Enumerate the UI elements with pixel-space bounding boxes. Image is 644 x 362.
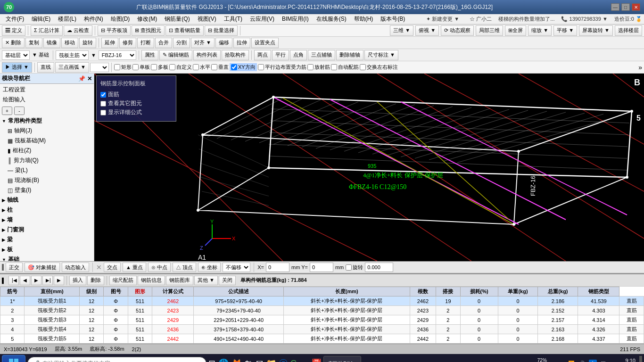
insert-btn[interactable]: 插入	[69, 276, 86, 285]
x-input[interactable]	[266, 263, 289, 272]
rebar-library-btn[interactable]: 钢筋图库	[166, 276, 193, 285]
nav-group-axis[interactable]: ▶ 轴线	[0, 195, 94, 205]
menu-edit[interactable]: 编辑(E)	[28, 14, 54, 24]
sidebar-close-icon[interactable]: ✕	[87, 75, 92, 82]
offset-btn[interactable]: 偏移	[215, 38, 232, 48]
delete-row-btn[interactable]: 删除	[87, 276, 104, 285]
menu-tools[interactable]: 工具(T)	[220, 14, 246, 24]
store-icon[interactable]: 🛍	[245, 359, 253, 362]
dynamic-view-btn[interactable]: ⟳ 动态观察	[441, 25, 474, 36]
nav-col[interactable]: ▮ 框柱(Z)	[0, 146, 94, 156]
close-table-btn[interactable]: 关闭	[219, 276, 236, 285]
swap-label[interactable]: 交换左右标注	[360, 64, 398, 71]
menu-rebar-qty[interactable]: 钢筋量(Q)	[161, 14, 193, 24]
single-board-checkbox[interactable]	[132, 64, 139, 70]
calc-btn[interactable]: Σ 汇总计算	[31, 25, 63, 36]
y-input[interactable]	[310, 263, 333, 272]
parallel-rebar-checkbox[interactable]	[258, 64, 264, 70]
delete-btn[interactable]: ✕ 删除	[2, 38, 25, 48]
split-btn[interactable]: 分割	[173, 38, 190, 48]
local-3d-btn[interactable]: 局部三维	[476, 25, 503, 36]
offset-dropdown[interactable]: 不偏移	[223, 263, 250, 272]
mainbar-dropdown[interactable]: 筏板主筋	[56, 50, 89, 60]
component-list-btn[interactable]: 构件列表	[193, 50, 221, 60]
extend-btn[interactable]: 延伸	[101, 38, 118, 48]
nav-niche[interactable]: ◫ 壁龛(I)	[0, 185, 94, 195]
firefox-icon[interactable]: 🦊	[231, 358, 242, 362]
endpoint-btn[interactable]: ▲ 重点	[123, 263, 146, 272]
parallel-btn[interactable]: 平行	[272, 50, 289, 60]
set-grip-btn[interactable]: 设置夹点	[251, 38, 279, 48]
minimize-button[interactable]: —	[611, 3, 619, 11]
other-btn[interactable]: 其他 ▼	[194, 276, 218, 285]
close-button[interactable]: ✕	[632, 3, 640, 11]
fullscreen-btn[interactable]: ⊞全屏	[505, 25, 526, 36]
rect-checkbox[interactable]	[114, 64, 120, 70]
menu-version[interactable]: 版本号(B)	[377, 14, 409, 24]
vertical-label[interactable]: 垂直	[211, 64, 229, 71]
menu-file[interactable]: 文件(F)	[2, 14, 28, 24]
horizontal-label[interactable]: 水平	[193, 64, 210, 71]
select-mode-btn[interactable]: ▶ 选择 ▼	[2, 62, 32, 73]
rect-checkbox-label[interactable]: 矩形	[114, 64, 132, 71]
break-btn[interactable]: 打断	[137, 38, 154, 48]
edit-rebar-btn[interactable]: ✎ 编辑钢筋	[159, 50, 192, 60]
table-row[interactable]: 5 筏板受力筋5 12 Φ 511 2442 490+1542+490-40-4…	[0, 334, 644, 344]
nav-raft[interactable]: ▦ 筏板基础(M)	[0, 136, 94, 146]
batch-select-btn[interactable]: ⊟ 批量选择	[205, 25, 238, 36]
taskbar-search[interactable]: 🎤 在这里输入你要搜索的内容	[27, 357, 206, 362]
menu-floor[interactable]: 楼层(L)	[54, 14, 80, 24]
zoom-btn[interactable]: 缩放 ▼	[528, 25, 552, 36]
menu-draw[interactable]: 绘图(D)	[107, 14, 134, 24]
rotate-checkbox[interactable]	[346, 264, 352, 271]
nav-next-btn[interactable]: ▶	[31, 276, 41, 285]
3d-btn[interactable]: 三维 ▼	[390, 25, 413, 36]
nav-wall[interactable]: ║ 剪力墙(Q)	[0, 156, 94, 165]
select-floor-btn[interactable]: 选择楼层	[615, 25, 642, 36]
nav-group-foundation[interactable]: ▼ 基础	[0, 255, 94, 261]
edge-icon[interactable]: 🌐	[218, 358, 229, 362]
new-change-btn[interactable]: ✦ 新建变更 ▼	[422, 15, 463, 24]
menu-help[interactable]: 帮助(H)	[350, 14, 377, 24]
two-point-btn[interactable]: 两点	[254, 50, 271, 60]
menu-online[interactable]: 在线服务(S)	[313, 14, 350, 24]
radial-checkbox[interactable]	[307, 64, 314, 70]
angle-point-btn[interactable]: 点角	[290, 50, 307, 60]
custom-label[interactable]: 自定义	[169, 64, 192, 71]
merge-btn[interactable]: 合并	[155, 38, 172, 48]
object-capture-btn[interactable]: 🎯 对象捕捉	[25, 263, 60, 272]
define-btn[interactable]: ☰ 定义	[2, 25, 25, 36]
start-button[interactable]	[2, 355, 25, 362]
active-app-btn[interactable]: 广联达BIM...	[323, 356, 361, 362]
dynamic-input-btn[interactable]: 动态输入	[62, 263, 89, 272]
table-row[interactable]: 4 筏板受力筋4 12 Φ 511 2436 379+1758+379-40-4…	[0, 325, 644, 334]
nav-beam[interactable]: — 梁(L)	[0, 165, 94, 175]
auto-config-checkbox[interactable]	[331, 64, 337, 70]
rebar-info-btn[interactable]: 钢筋信息	[138, 276, 165, 285]
line-btn[interactable]: 直线	[37, 62, 54, 73]
midpoint-btn[interactable]: ⊙ 中点	[148, 263, 171, 272]
auto-config-label[interactable]: 自动配筋	[331, 64, 359, 71]
arc-btn[interactable]: 三点画弧 ▼	[55, 62, 89, 73]
nav-group-openings[interactable]: ▶ 门窗洞	[0, 225, 94, 235]
network-icon[interactable]: 📶	[568, 361, 575, 362]
nav-play-btn[interactable]: ▶	[54, 276, 64, 285]
vertex-btn[interactable]: △ 顶点	[173, 263, 196, 272]
custom-checkbox[interactable]	[169, 64, 175, 70]
align-floor-btn[interactable]: ⊟ 平齐板顶	[98, 25, 131, 36]
single-board-label[interactable]: 单板	[132, 64, 150, 71]
screen-rotate-btn[interactable]: 屏幕旋转 ▼	[579, 25, 613, 36]
nav-prev-btn[interactable]: ◀	[20, 276, 30, 285]
pickup-btn[interactable]: 拾取构件	[222, 50, 249, 60]
shape-dropdown[interactable]	[90, 63, 109, 72]
menu-bim[interactable]: BIM应用(I)	[278, 14, 313, 24]
sidebar-pin-icon[interactable]: 📌	[78, 75, 85, 82]
stretch-btn[interactable]: 拉伸	[233, 38, 250, 48]
phone-btn[interactable]: 📞 13907298339 ▼	[557, 15, 611, 23]
scale-config-btn[interactable]: 缩尺配筋	[109, 276, 137, 285]
nav-group-col[interactable]: ▶ 柱	[0, 205, 94, 215]
nav-last-btn[interactable]: ▶|	[42, 276, 53, 285]
code-dropdown[interactable]: FBZJ-16	[99, 50, 136, 60]
volume-icon[interactable]: 🔊	[578, 361, 585, 362]
detail-formula-checkbox[interactable]	[100, 110, 106, 115]
